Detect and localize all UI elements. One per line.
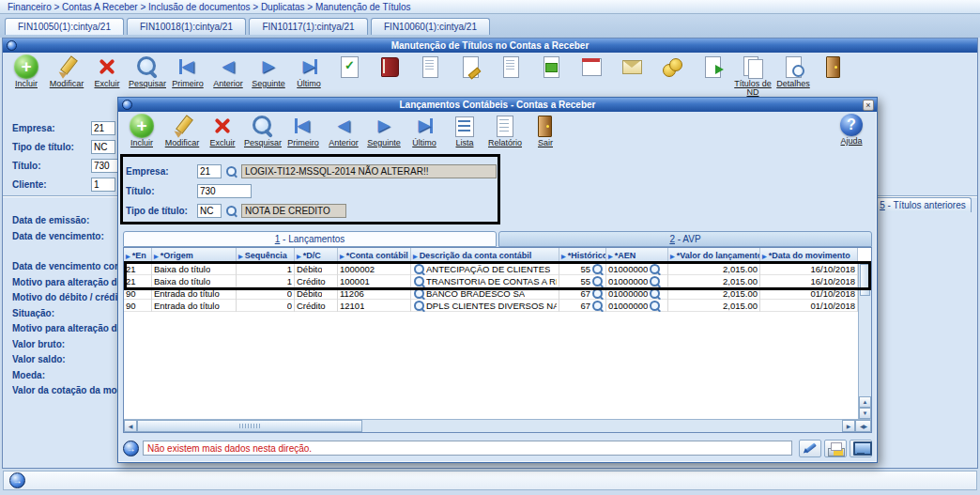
grid-row[interactable]: 21Baixa do título1Débito1000002ANTECIPAÇ…	[124, 263, 858, 275]
cell-text: 01000000	[608, 276, 648, 286]
toolbar-button-label: Anterior	[213, 80, 243, 88]
toolbar-button-ultimo[interactable]: Último	[406, 114, 443, 147]
edit-icon	[170, 114, 194, 138]
scroll-up-button[interactable]	[859, 396, 871, 408]
column-header-sequencia[interactable]: Sequência	[237, 248, 295, 263]
doc-search-icon	[781, 54, 805, 79]
toolbar-button-label: Seguinte	[367, 139, 401, 147]
scroll-corner-buttons[interactable]	[855, 420, 871, 432]
tipo-titulo-input[interactable]	[197, 204, 222, 218]
grid-row[interactable]: 90Entrada do título0Crédito12101DPLS CLI…	[124, 300, 858, 312]
column-header-d-c[interactable]: *D/C	[295, 248, 338, 263]
monitor-icon	[852, 441, 869, 456]
column-header-valor-do-lancamento[interactable]: *Valor do lançamento	[668, 248, 760, 263]
print-button[interactable]	[824, 440, 847, 457]
grid-cell: Baixa do título	[152, 263, 237, 275]
toolbar-button-modificar[interactable]: Modificar	[163, 114, 201, 147]
grid-row[interactable]: 90Entrada do título0Débito11206BANCO BRA…	[124, 287, 858, 300]
scroll-left-button[interactable]	[124, 420, 137, 432]
spacer	[12, 244, 119, 259]
lookup-icon[interactable]	[225, 205, 237, 217]
field-label: Cliente:	[12, 179, 91, 190]
toolbar-button-pesquisar[interactable]: Pesquisar	[244, 114, 282, 147]
column-header-historico[interactable]: *Histórico	[559, 248, 606, 263]
close-button[interactable]	[863, 100, 874, 111]
vertical-scrollbar[interactable]	[858, 263, 871, 419]
tipo-titulo-description: NOTA DE CREDITO	[241, 204, 346, 218]
column-header-aen[interactable]: *AEN	[606, 248, 668, 263]
mdi-tab-fin10018-1-cintya-21[interactable]: FIN10018(1):cintya/21	[127, 18, 246, 35]
toolbar-button-primeiro[interactable]: Primeiro	[284, 114, 322, 147]
cell-text: Débito	[297, 264, 322, 274]
mdi-tab-fin10060-1-cintya-21[interactable]: FIN10060(1):cintya/21	[371, 18, 490, 35]
help-button[interactable]: Ajuda	[831, 114, 872, 146]
grid-row[interactable]: 21Baixa do título1Crédito100001TRANSITOR…	[124, 275, 858, 287]
horizontal-scroll-track[interactable]	[362, 420, 842, 432]
toolbar-button-relatorio[interactable]: Relatório	[486, 114, 524, 147]
vertical-scroll-thumb[interactable]	[860, 264, 870, 296]
grid-cell: 90	[124, 287, 152, 300]
toolbar-button-excluir[interactable]: Excluir	[204, 114, 241, 147]
scroll-right-button[interactable]	[842, 420, 855, 432]
tab-titulos-anteriores[interactable]: 5 - Títulos anteriores	[874, 197, 972, 212]
toolbar-button-incluir[interactable]: Incluir	[123, 114, 161, 147]
grid-cell: 12101	[338, 300, 411, 312]
titulo-label: Título:	[126, 186, 193, 196]
mdi-tab-fin10050-1-cintya-21[interactable]: FIN10050(1):cintya/21	[5, 18, 124, 35]
empresa-input[interactable]	[197, 164, 222, 178]
lookup-icon[interactable]	[413, 275, 425, 287]
dialog-titlebar[interactable]: Lançamentos Contábeis - Contas a Receber	[118, 98, 877, 112]
toolbar-button-modificar[interactable]: Modificar	[48, 54, 85, 105]
lookup-icon[interactable]	[413, 263, 425, 275]
lookup-icon[interactable]	[591, 300, 604, 312]
cell-text: 67	[580, 288, 590, 299]
empresa-input[interactable]	[91, 121, 115, 135]
empresa-field-row: Empresa: LOGIX-TI12-MSSQL-2014 NÃO ALTER…	[126, 163, 497, 178]
main-window-titlebar[interactable]: Manutenção de Títulos no Contas a Recebe…	[3, 39, 977, 53]
column-header-data-do-movimento[interactable]: *Data do movimento	[760, 248, 858, 263]
lookup-icon[interactable]	[591, 275, 604, 287]
monitor-button[interactable]	[850, 440, 872, 457]
column-header-conta-contabil[interactable]: *Conta contábil	[338, 248, 411, 263]
lookup-icon[interactable]	[591, 287, 604, 300]
tipo-de-titulo-input[interactable]	[91, 140, 115, 154]
cliente-input[interactable]	[91, 178, 115, 192]
lookup-icon[interactable]	[413, 287, 425, 300]
mdi-tab-fin10117-1-cintya-21[interactable]: FIN10117(1):cintya/21	[249, 18, 368, 35]
lookup-icon[interactable]	[649, 287, 661, 300]
cell-text: 55	[580, 276, 590, 286]
tab-2-avp[interactable]: 2 - AVP	[498, 231, 872, 247]
toolbar-button-incluir[interactable]: Incluir	[8, 54, 45, 105]
tab-1-lancamentos[interactable]: 1 - Lançamentos	[123, 231, 497, 247]
field-label: Título:	[12, 161, 91, 171]
list-icon	[452, 114, 477, 138]
toolbar-button-seguinte[interactable]: Seguinte	[365, 114, 403, 147]
lookup-icon[interactable]	[649, 263, 661, 275]
grid-cell: 01/10/2018	[760, 300, 858, 312]
column-header-en[interactable]: *En	[124, 248, 152, 263]
dialog-title: Lançamentos Contábeis - Contas a Receber	[118, 98, 877, 112]
horizontal-scroll-thumb[interactable]	[137, 420, 362, 432]
toolbar-button-lista[interactable]: Lista	[446, 114, 483, 147]
pen-button[interactable]	[799, 440, 821, 457]
toolbar-button-anterior[interactable]: Anterior	[325, 114, 362, 147]
column-header-descricao-da-conta-contabil[interactable]: Descrição da conta contábil	[411, 248, 559, 263]
breadcrumb: Financeiro > Contas A Receber > Inclusão…	[0, 0, 980, 14]
grid-cell: 01000000	[606, 300, 668, 312]
grid-cell: Entrada do título	[152, 287, 237, 300]
cell-text: 12101	[340, 301, 364, 311]
column-header-origem[interactable]: *Origem	[152, 248, 237, 263]
form-label-data-de-vencimento: Data de vencimento:	[12, 229, 119, 245]
titulo-input[interactable]	[197, 184, 252, 198]
lookup-icon[interactable]	[591, 263, 604, 275]
toolbar-button-sair[interactable]: Sair	[527, 114, 564, 147]
lookup-icon[interactable]	[413, 300, 425, 312]
lookup-icon[interactable]	[649, 300, 661, 312]
scroll-down-button[interactable]	[859, 408, 871, 419]
lookup-icon[interactable]	[225, 165, 237, 178]
doc-arrow-icon	[700, 54, 725, 79]
grid-cell: Crédito	[295, 275, 338, 287]
lookup-icon[interactable]	[649, 275, 661, 287]
horizontal-scrollbar[interactable]	[124, 419, 871, 432]
cell-text: 100001	[340, 276, 370, 286]
